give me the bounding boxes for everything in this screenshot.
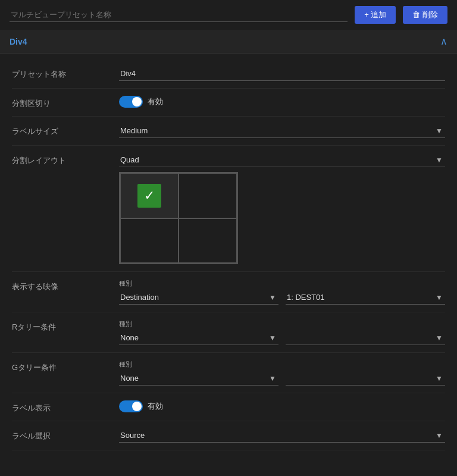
video-label: 表示する映像 xyxy=(12,279,119,292)
g-tally-row: Gタリー条件 種別 None Source Destination ▼ xyxy=(12,353,445,393)
layout-select[interactable]: Single 2x2 Quad 3x3 xyxy=(119,153,445,167)
label-select-wrapper: Source Destination None ▼ xyxy=(119,428,445,443)
preset-name-row: プリセット名称 xyxy=(12,60,445,89)
video-control: 種別 None Source Destination ▼ 1: DEST01 xyxy=(119,279,445,305)
quad-grid-container: ✓ xyxy=(119,172,445,264)
label-size-row: ラベルサイズ Small Medium Large ▼ xyxy=(12,117,445,146)
r-tally-sub-label: 種別 xyxy=(119,320,445,328)
label-display-row: ラベル表示 有効 xyxy=(12,393,445,421)
preset-name-input[interactable] xyxy=(119,67,445,81)
delete-button[interactable]: 🗑 削除 xyxy=(403,6,447,24)
g-tally-type-select-wrapper: None Source Destination ▼ xyxy=(119,371,278,386)
header-bar: + 追加 🗑 削除 xyxy=(0,0,457,30)
preset-name-label: プリセット名称 xyxy=(12,67,119,80)
video-dest-select[interactable]: 1: DEST01 2: DEST02 xyxy=(286,290,445,305)
r-tally-type-select-wrapper: None Source Destination ▼ xyxy=(119,331,278,345)
quad-cell-bottom-right[interactable] xyxy=(179,218,237,264)
label-select-row: ラベル選択 Source Destination None ▼ xyxy=(12,421,445,450)
quad-cell-top-right[interactable] xyxy=(179,173,237,218)
collapse-chevron-icon[interactable]: ∧ xyxy=(440,36,447,47)
checkmark-box: ✓ xyxy=(137,184,161,208)
video-row: 表示する映像 種別 None Source Destination ▼ xyxy=(12,272,445,312)
label-select-label: ラベル選択 xyxy=(12,428,119,441)
divider-toggle[interactable] xyxy=(119,96,143,108)
divider-control: 有効 xyxy=(119,96,445,108)
g-tally-control: 種別 None Source Destination ▼ xyxy=(119,360,445,386)
label-size-label: ラベルサイズ xyxy=(12,124,119,137)
divider-toggle-wrapper: 有効 xyxy=(119,96,445,108)
r-tally-control-inner: 種別 None Source Destination ▼ xyxy=(119,320,445,345)
divider-row: 分割区切り 有効 xyxy=(12,89,445,117)
r-tally-label: Rタリー条件 xyxy=(12,320,119,333)
checkmark-icon: ✓ xyxy=(144,188,155,203)
divider-toggle-label: 有効 xyxy=(148,96,163,107)
r-tally-control: 種別 None Source Destination ▼ xyxy=(119,320,445,345)
video-dest-select-wrapper: 1: DEST01 2: DEST02 ▼ xyxy=(286,290,445,305)
quad-grid: ✓ xyxy=(119,172,238,264)
label-select-control: Source Destination None ▼ xyxy=(119,428,445,443)
g-tally-type-select[interactable]: None Source Destination xyxy=(119,371,278,386)
quad-cell-bottom-left[interactable] xyxy=(120,218,179,264)
label-size-control: Small Medium Large ▼ xyxy=(119,124,445,138)
g-tally-control-inner: 種別 None Source Destination ▼ xyxy=(119,360,445,386)
r-tally-dual-select: None Source Destination ▼ ▼ xyxy=(119,331,445,345)
g-tally-second-select-wrapper: ▼ xyxy=(286,371,445,386)
label-size-select-wrapper: Small Medium Large ▼ xyxy=(119,124,445,138)
r-tally-second-select-wrapper: ▼ xyxy=(286,331,445,345)
video-control-inner: 種別 None Source Destination ▼ 1: DEST01 xyxy=(119,279,445,305)
preset-name-header-input[interactable] xyxy=(10,8,348,22)
video-dual-select: None Source Destination ▼ 1: DEST01 2: D… xyxy=(119,290,445,305)
layout-label: 分割レイアウト xyxy=(12,153,119,166)
g-tally-label: Gタリー条件 xyxy=(12,360,119,373)
label-display-toggle-label: 有効 xyxy=(148,401,163,412)
label-display-control: 有効 xyxy=(119,400,445,412)
divider-label: 分割区切り xyxy=(12,96,119,109)
r-tally-second-select[interactable] xyxy=(286,331,445,345)
r-tally-row: Rタリー条件 種別 None Source Destination ▼ xyxy=(12,312,445,353)
video-type-select-wrapper: None Source Destination ▼ xyxy=(119,290,278,305)
label-select[interactable]: Source Destination None xyxy=(119,428,445,443)
label-size-select[interactable]: Small Medium Large xyxy=(119,124,445,138)
label-display-toggle-wrapper: 有効 xyxy=(119,400,445,412)
layout-control: Single 2x2 Quad 3x3 ▼ ✓ xyxy=(119,153,445,264)
label-display-toggle[interactable] xyxy=(119,400,143,412)
g-tally-dual-select: None Source Destination ▼ ▼ xyxy=(119,371,445,386)
quad-cell-top-left[interactable]: ✓ xyxy=(120,173,179,218)
layout-select-wrapper: Single 2x2 Quad 3x3 ▼ xyxy=(119,153,445,167)
add-button[interactable]: + 追加 xyxy=(355,6,396,24)
g-tally-sub-label: 種別 xyxy=(119,360,445,369)
preset-name-control xyxy=(119,67,445,81)
r-tally-type-select[interactable]: None Source Destination xyxy=(119,331,278,345)
video-type-select[interactable]: None Source Destination xyxy=(119,290,278,305)
layout-row: 分割レイアウト Single 2x2 Quad 3x3 ▼ ✓ xyxy=(12,146,445,272)
section-header: Div4 ∧ xyxy=(0,30,457,54)
section-title: Div4 xyxy=(10,37,27,46)
form-area: プリセット名称 分割区切り 有効 ラベルサイズ Small Medium xyxy=(0,54,457,456)
video-sub-label: 種別 xyxy=(119,279,445,288)
label-display-label: ラベル表示 xyxy=(12,400,119,414)
g-tally-second-select[interactable] xyxy=(286,371,445,386)
